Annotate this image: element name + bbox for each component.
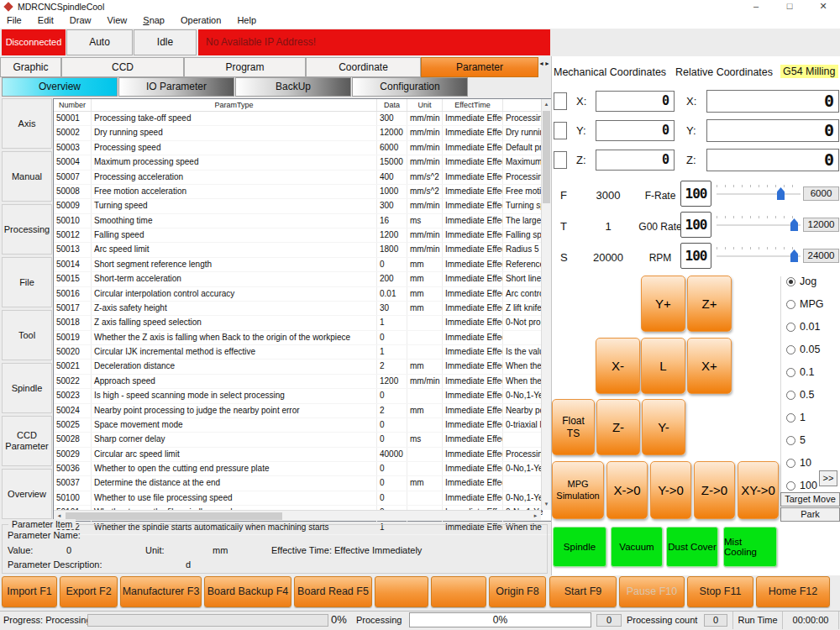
jog-y-minus-button[interactable]: Y-	[642, 399, 685, 455]
step-radio[interactable]: 5	[786, 434, 820, 457]
table-row[interactable]: 50002 Dry running speed 12000 mm/min Imm…	[54, 126, 551, 140]
close-button[interactable]: ✕	[806, 0, 840, 13]
table-row[interactable]: 50017 Z-axis safety height 30 mm Immedia…	[54, 302, 551, 316]
sidebar-item-file[interactable]: File	[2, 257, 52, 307]
step-radio[interactable]: 10	[786, 457, 820, 480]
vertical-scrollbar[interactable]: ▲ ▼	[541, 99, 551, 510]
stop-f11-button[interactable]: Stop F11	[687, 576, 753, 607]
horizontal-scroll-thumb[interactable]	[66, 512, 282, 520]
table-row[interactable]: 50036 Whether to open the cutting end pr…	[54, 462, 551, 476]
scroll-down-icon[interactable]: ▼	[542, 499, 551, 510]
table-row[interactable]: 50014 Short segment reference length 0 m…	[54, 258, 551, 272]
table-row[interactable]: 50019 Whether the Z axis is falling when…	[54, 331, 551, 345]
step-more-button[interactable]: >>	[819, 470, 837, 486]
table-row[interactable]: 50009 Turning speed 300 mm/min Immediate…	[54, 199, 551, 213]
table-row[interactable]: 50100 Whether to use file processing spe…	[54, 491, 551, 506]
import-f1-button[interactable]: Import F1	[2, 576, 57, 607]
tab-parameter[interactable]: Parameter	[421, 57, 538, 77]
menu-help[interactable]: Help	[230, 14, 263, 26]
jog-x-minus-button[interactable]: X-	[596, 338, 640, 394]
wcs-g54-badge[interactable]: G54 Milling	[780, 65, 838, 78]
table-row[interactable]: 50021 Deceleration distance 2 mm Immedia…	[54, 360, 551, 374]
menu-file[interactable]: File	[0, 14, 29, 26]
col-header-number[interactable]: Number	[54, 99, 92, 111]
jog-y-plus-button[interactable]: Y+	[641, 276, 685, 332]
target-move-button[interactable]: Target Move	[780, 492, 840, 507]
subtab-configuration[interactable]: Configuration	[352, 77, 468, 97]
jog-z-minus-button[interactable]: Z-	[596, 399, 640, 455]
blank-f6-button[interactable]	[375, 576, 428, 607]
sidebar-item-overview[interactable]: Overview	[2, 469, 52, 519]
sidebar-item-axis[interactable]: Axis	[2, 98, 52, 149]
step-radio[interactable]: 1	[786, 412, 820, 434]
table-row[interactable]: 50022 Approach speed 1200 mm/min Immedia…	[54, 375, 551, 389]
xy-to-zero-button[interactable]: XY->0	[738, 461, 779, 519]
table-row[interactable]: 50013 Arc speed limit 1800 mm/min Immedi…	[54, 243, 551, 257]
menu-snap[interactable]: Snap	[136, 14, 171, 26]
table-row[interactable]: 50008 Free motion acceleration 1000 mm/s…	[54, 185, 551, 199]
subtab-backup[interactable]: BackUp	[235, 77, 351, 97]
jog-mode-radio[interactable]: Jog	[786, 276, 816, 287]
subtab-io-parameter[interactable]: IO Parameter	[118, 77, 234, 97]
blank-f7-button[interactable]	[431, 576, 486, 607]
y-to-zero-button[interactable]: Y->0	[650, 461, 691, 519]
col-header-paramtype[interactable]: ParamType	[92, 99, 377, 111]
table-row[interactable]: 50025 Space movement mode 0 Immediate Ef…	[54, 418, 551, 433]
scroll-right-icon[interactable]: ►	[530, 511, 541, 521]
sidebar-item-processing[interactable]: Processing	[2, 204, 52, 255]
maximize-button[interactable]: □	[773, 0, 806, 13]
minimize-button[interactable]: –	[739, 0, 773, 13]
mode-button-auto[interactable]: Auto	[66, 29, 133, 55]
mpg-mode-radio[interactable]: MPG	[786, 298, 823, 310]
dust-cover-toggle-button[interactable]: Dust Cover	[666, 527, 718, 567]
vacuum-toggle-button[interactable]: Vacuum	[611, 527, 663, 567]
home-f12-button[interactable]: Home F12	[756, 576, 830, 607]
table-row[interactable]: 50016 Circular interpolation control acc…	[54, 287, 551, 302]
origin-f8-button[interactable]: Origin F8	[489, 576, 546, 607]
sidebar-item-tool[interactable]: Tool	[2, 310, 52, 360]
col-header-unit[interactable]: Unit	[407, 99, 443, 111]
jog-z-plus-button[interactable]: Z+	[687, 276, 732, 332]
g00-rate-slider[interactable]	[717, 224, 801, 226]
g00-slider-thumb[interactable]	[790, 218, 798, 231]
table-row[interactable]: 50010 Smoothing time 16 ms Immediate Eff…	[54, 214, 551, 228]
f-rate-slider[interactable]	[717, 193, 801, 195]
rpm-slider-thumb[interactable]	[790, 249, 798, 262]
mist-cooling-toggle-button[interactable]: Mist Cooling	[723, 527, 777, 567]
menu-operation[interactable]: Operation	[174, 14, 228, 26]
table-row[interactable]: 50023 Is high - speed scanning mode in s…	[54, 389, 551, 403]
step-radio[interactable]: 0.5	[786, 389, 820, 412]
step-radio[interactable]: 0.01	[786, 321, 820, 344]
step-radio[interactable]: 0.05	[786, 344, 820, 366]
horizontal-scrollbar[interactable]: ◄ ►	[54, 510, 541, 521]
table-row[interactable]: 50028 Sharp corner delay 0 ms Immediate …	[54, 433, 551, 447]
tab-program[interactable]: Program	[184, 57, 306, 77]
table-row[interactable]: 50004 Maximum processing speed 15000 mm/…	[54, 155, 551, 170]
menu-edit[interactable]: Edit	[31, 14, 60, 26]
float-ts-button[interactable]: Float TS	[552, 399, 595, 455]
tab-ccd[interactable]: CCD	[61, 57, 184, 77]
menu-draw[interactable]: Draw	[63, 14, 98, 26]
jog-x-plus-button[interactable]: X+	[687, 338, 732, 394]
board-backup-f4-button[interactable]: Board Backup F4	[204, 576, 291, 607]
table-row[interactable]: 50007 Processing acceleration 400 mm/s^2…	[54, 171, 551, 185]
table-row[interactable]: 50003 Processing speed 6000 mm/min Immed…	[54, 141, 551, 155]
vertical-scroll-thumb[interactable]	[543, 111, 550, 203]
board-read-f5-button[interactable]: Board Read F5	[294, 576, 372, 607]
subtab-overview[interactable]: Overview	[2, 77, 118, 97]
table-row[interactable]: 50037 Determine the distance at the end …	[54, 476, 551, 491]
table-row[interactable]: 50024 Nearby point processing to judge t…	[54, 404, 551, 418]
f-slider-thumb[interactable]	[777, 187, 785, 200]
table-row[interactable]: 50018 Z axis falling speed selection 1 I…	[54, 316, 551, 330]
tab-graphic[interactable]: Graphic	[0, 57, 61, 77]
z-to-zero-button[interactable]: Z->0	[694, 461, 735, 519]
tab-coordinate[interactable]: Coordinate	[306, 57, 421, 77]
sidebar-item-ccd-parameter[interactable]: CCD Parameter	[2, 416, 52, 466]
spindle-toggle-button[interactable]: Spindle	[553, 527, 606, 567]
menu-view[interactable]: View	[101, 14, 134, 26]
manufacturer-f3-button[interactable]: Manufacturer F3	[120, 576, 202, 607]
table-row[interactable]: 50015 Short-term acceleration 200 mm Imm…	[54, 272, 551, 286]
table-row[interactable]: 50012 Falling speed 1200 mm/min Immediat…	[54, 228, 551, 243]
table-row[interactable]: 50020 Circular IJK incremental method is…	[54, 345, 551, 360]
axis-x-checkbox[interactable]	[554, 92, 567, 110]
